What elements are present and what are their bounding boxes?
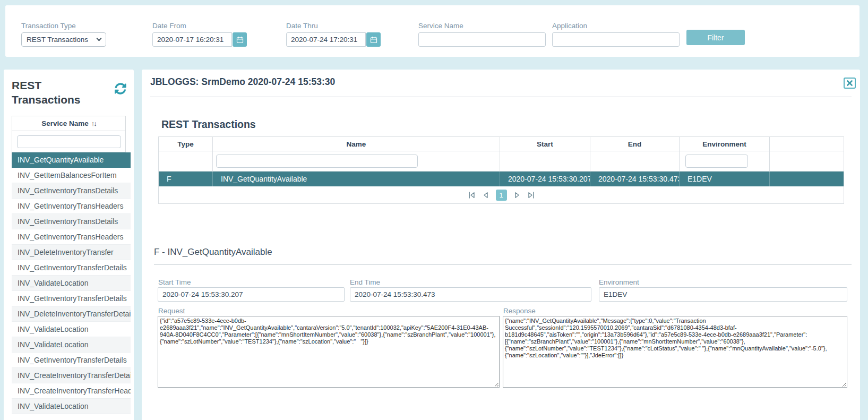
service-name-column-header[interactable]: Service Name ↑↓ xyxy=(12,116,126,131)
service-list-item[interactable]: INV_ValidateLocation xyxy=(12,322,131,337)
transactions-table: Type Name Start End Environment F INV_Ge… xyxy=(158,136,844,204)
response-label: Response xyxy=(503,307,536,315)
first-page-button[interactable] xyxy=(468,191,475,199)
cell-environment: E1DEV xyxy=(680,172,770,186)
column-header-start: Start xyxy=(500,137,590,151)
transaction-type-value: REST Transactions xyxy=(27,36,88,44)
table-filter-row xyxy=(159,151,844,172)
cell-start: 2020-07-24 15:53:30.207 xyxy=(500,172,590,186)
cell-end: 2020-07-24 15:53:30.473 xyxy=(590,172,680,186)
close-icon xyxy=(847,80,853,86)
end-time-input[interactable] xyxy=(350,287,591,302)
service-name-header-label: Service Name xyxy=(41,119,89,127)
service-list-item[interactable]: INV_GetQuantityAvailable xyxy=(12,152,131,168)
previous-page-button[interactable] xyxy=(483,191,488,199)
start-time-input[interactable] xyxy=(158,287,345,302)
service-list-item[interactable]: INV_GetInventoryTransHeaders xyxy=(12,229,131,245)
service-name-input[interactable] xyxy=(418,32,546,47)
column-header-name: Name xyxy=(213,137,500,151)
cell-name: INV_GetQuantityAvailable xyxy=(213,172,500,186)
calendar-icon xyxy=(370,36,377,44)
chevron-down-icon xyxy=(97,36,102,41)
end-time-label: End Time xyxy=(350,278,380,286)
response-textarea[interactable] xyxy=(503,316,847,388)
last-page-button[interactable] xyxy=(528,191,535,199)
table-header-row: Type Name Start End Environment xyxy=(159,137,844,151)
service-name-label: Service Name xyxy=(418,22,546,30)
date-from-label: Date From xyxy=(152,22,247,30)
column-header-end: End xyxy=(590,137,680,151)
table-row[interactable]: F INV_GetQuantityAvailable 2020-07-24 15… xyxy=(159,172,844,186)
column-header-filler xyxy=(770,137,844,151)
service-list-item[interactable]: INV_CreateInventoryTransferDetail xyxy=(12,368,131,383)
column-header-environment: Environment xyxy=(680,137,770,151)
start-time-label: Start Time xyxy=(158,278,191,286)
environment-label: Environment xyxy=(599,278,639,286)
date-thru-group: Date Thru xyxy=(286,22,381,47)
detail-heading: F - INV_GetQuantityAvailable xyxy=(154,247,852,265)
service-list: INV_GetQuantityAvailableINV_GetItemBalan… xyxy=(12,152,131,414)
service-list-item[interactable]: INV_ValidateLocation xyxy=(12,399,131,414)
service-list-item[interactable]: INV_GetInventoryTransferDetails xyxy=(12,353,131,368)
application-group: Application xyxy=(552,22,680,47)
close-button[interactable] xyxy=(844,78,856,89)
title-divider xyxy=(150,97,852,97)
service-list-item[interactable]: INV_GetItemBalancesForItem xyxy=(12,168,131,183)
calendar-icon xyxy=(236,36,244,44)
service-list-item[interactable]: INV_DeleteInventoryTransfer xyxy=(12,245,131,260)
sort-arrows-icon: ↑↓ xyxy=(91,119,96,127)
next-page-button[interactable] xyxy=(514,191,520,199)
date-thru-label: Date Thru xyxy=(286,22,381,30)
service-list-item[interactable]: INV_ValidateLocation xyxy=(12,276,131,291)
transaction-type-select[interactable]: REST Transactions xyxy=(21,32,106,47)
service-list-item[interactable]: INV_ValidateLocation xyxy=(12,337,131,353)
current-page-button[interactable]: 1 xyxy=(496,190,507,201)
filter-button[interactable]: Filter xyxy=(686,30,745,45)
cell-type: F xyxy=(159,172,213,186)
sidebar: REST Transactions Service Name ↑↓ INV_Ge… xyxy=(4,70,134,420)
section-title: REST Transactions xyxy=(161,118,256,131)
service-list-item[interactable]: INV_DeleteInventoryTransferDetail xyxy=(12,306,131,322)
date-from-input[interactable] xyxy=(152,32,232,47)
refresh-icon xyxy=(115,83,126,95)
date-thru-calendar-button[interactable] xyxy=(366,32,381,47)
application-input[interactable] xyxy=(552,32,680,47)
service-list-item[interactable]: INV_GetInventoryTransferDetails xyxy=(12,291,131,306)
filter-bar: Transaction Type REST Transactions Date … xyxy=(5,5,860,57)
date-from-group: Date From xyxy=(152,22,247,47)
service-search-input[interactable] xyxy=(17,135,121,148)
pagination: 1 xyxy=(159,186,844,203)
environment-filter-input[interactable] xyxy=(685,155,748,168)
service-name-group: Service Name xyxy=(418,22,546,47)
service-list-item[interactable]: INV_GetInventoryTransHeaders xyxy=(12,199,131,214)
date-from-calendar-button[interactable] xyxy=(233,32,247,47)
date-thru-input[interactable] xyxy=(286,32,366,47)
page-title: JBLOGGS: SrmDemo 2020-07-24 15:53:30 xyxy=(150,76,335,88)
application-label: Application xyxy=(552,22,680,30)
transaction-type-group: Transaction Type REST Transactions xyxy=(21,22,106,47)
service-list-item[interactable]: INV_CreateInventoryTransferHeader xyxy=(12,383,131,399)
main-panel: JBLOGGS: SrmDemo 2020-07-24 15:53:30 RES… xyxy=(142,70,860,420)
refresh-button[interactable] xyxy=(115,83,126,95)
request-textarea[interactable] xyxy=(158,316,500,388)
environment-input[interactable] xyxy=(599,287,847,302)
name-filter-input[interactable] xyxy=(216,155,418,168)
service-search-box xyxy=(12,131,126,152)
service-list-item[interactable]: INV_GetInventoryTransDetails xyxy=(12,214,131,229)
transaction-type-label: Transaction Type xyxy=(21,22,106,30)
request-label: Request xyxy=(158,307,185,315)
service-list-item[interactable]: INV_GetInventoryTransferDetails xyxy=(12,260,131,276)
sidebar-title: REST Transactions xyxy=(12,78,99,107)
service-list-item[interactable]: INV_GetInventoryTransDetails xyxy=(12,183,131,199)
column-header-type: Type xyxy=(159,137,213,151)
